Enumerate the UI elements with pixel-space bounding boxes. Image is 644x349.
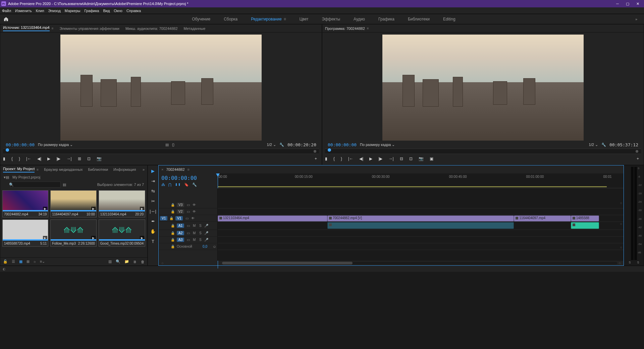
home-icon[interactable] [3, 16, 9, 22]
ws-overflow-icon[interactable]: » [632, 17, 641, 21]
menu-view[interactable]: Вид [103, 9, 110, 13]
add-button-icon[interactable]: + [315, 156, 317, 161]
close-button[interactable]: ✕ [633, 0, 643, 7]
voice-icon[interactable]: 🎤 [204, 231, 208, 235]
project-tab-menu-icon[interactable]: ≡ [37, 168, 39, 171]
lock-icon[interactable]: 🔒 [171, 245, 175, 248]
timeline-clip[interactable]: 1164404097.mp4 [514, 215, 571, 221]
timeline-ruler[interactable]: :00:00 00:00:15:00 00:00:30:00 00:00:45:… [218, 173, 624, 188]
tab-media-browser[interactable]: Браузер медиаданных [44, 167, 83, 171]
mute-icon[interactable]: M [192, 231, 196, 235]
tab-info[interactable]: Информация [113, 167, 136, 171]
icon-view-icon[interactable]: ▦ [19, 259, 22, 264]
add-button-icon[interactable]: + [637, 156, 639, 161]
solo-icon[interactable]: S [198, 231, 202, 235]
tl-settings-icon[interactable]: 🔧 [192, 183, 197, 187]
program-res-dropdown[interactable]: 1/2 ⌄ [589, 143, 598, 147]
razor-tool-icon[interactable]: ✂ [150, 198, 156, 204]
source-video-frame[interactable] [60, 35, 262, 141]
timeline-audio-clip[interactable] [571, 222, 599, 229]
clip-thumb[interactable]: ⟰⟱⟰▶Good_Times.mp32:00:09504 [99, 219, 145, 247]
goto-in-icon[interactable]: |← [348, 156, 353, 161]
lock-icon[interactable]: 🔒 [171, 238, 175, 242]
seq-menu-icon[interactable]: ≡ [187, 167, 190, 171]
program-out-timecode[interactable]: 00:05:37:12 [609, 142, 638, 147]
ws-editing-en[interactable]: Editing [443, 17, 455, 21]
tab-libraries[interactable]: Библиотеки [88, 167, 108, 171]
track-output-icon[interactable]: ▭ [186, 210, 190, 213]
track-a1[interactable]: A1 [177, 223, 184, 228]
ws-menu-icon[interactable]: ≡ [284, 17, 286, 21]
sort-icon[interactable]: ≡⌄ [40, 259, 45, 264]
source-ruler[interactable] [3, 149, 319, 154]
ws-graphics[interactable]: Графика [378, 17, 394, 21]
play-icon[interactable]: ▶ [47, 156, 50, 161]
freeform-view-icon[interactable]: ⊞ [26, 259, 30, 264]
timeline-hscroll[interactable] [222, 262, 618, 264]
clip-thumb[interactable]: ▶1485588720.mp45:11 [2, 219, 48, 247]
linked-sel-icon[interactable]: ⋂ [168, 183, 171, 187]
track-output-icon[interactable]: ▭ [186, 231, 190, 235]
timeline-timecode[interactable]: 00:00:00:00 [161, 175, 215, 181]
tab-audio-mixer[interactable]: Микш. аудиоклипа: 700244882 [125, 27, 178, 31]
eye-icon[interactable]: 👁 [192, 210, 196, 213]
master-level[interactable]: 0,0 [203, 245, 207, 248]
ws-libraries[interactable]: Библиотеки [408, 17, 430, 21]
hand-tool-icon[interactable]: ✋ [150, 228, 156, 235]
lock-icon[interactable]: 🔒 [171, 224, 175, 228]
overwrite-icon[interactable]: ⊡ [87, 156, 91, 161]
clip-thumb[interactable]: ▶1164404097.mp410:00 [50, 190, 96, 217]
in-point-icon[interactable]: { [11, 156, 13, 161]
compare-icon[interactable]: ▣ [430, 156, 433, 161]
source-in-timecode[interactable]: 00:00:00:00 [6, 142, 35, 147]
minimize-button[interactable]: ─ [612, 0, 623, 7]
clip-thumb[interactable]: ▶700244882.mp434:19 [2, 190, 48, 217]
tab-source-menu-icon[interactable]: ≡ [52, 27, 54, 30]
in-point-icon[interactable]: { [333, 156, 335, 161]
out-point-icon[interactable]: } [19, 156, 20, 161]
timeline-clip[interactable]: 1485588 [571, 215, 599, 221]
slip-tool-icon[interactable]: |↔| [150, 208, 156, 214]
selection-tool-icon[interactable]: ▶ [150, 167, 156, 174]
zoom-out-icon[interactable]: ○ [161, 261, 164, 265]
track-content[interactable]: 1321103464.mp4700244882.mp4 [V]116440409… [218, 188, 624, 261]
meter-left[interactable] [631, 167, 634, 260]
source-inout-icon[interactable]: {} [172, 143, 174, 147]
ws-color[interactable]: Цвет [300, 17, 309, 21]
step-back-icon[interactable]: ◀| [359, 156, 363, 161]
program-ruler[interactable] [325, 149, 641, 154]
ws-assembly[interactable]: Сборка [224, 17, 237, 21]
zoom-slider[interactable]: ○ [34, 260, 36, 264]
meter-right[interactable] [634, 167, 637, 260]
trash-icon[interactable]: 🗑 [141, 260, 145, 264]
tab-program-menu-icon[interactable]: ≡ [367, 27, 369, 30]
track-output-icon[interactable]: ▭ [185, 216, 189, 220]
eye-icon[interactable]: 👁 [192, 203, 196, 207]
new-bin-icon[interactable]: ▤ [63, 183, 66, 187]
lock-icon[interactable]: 🔒 [169, 216, 173, 220]
source-out-timecode[interactable]: 00:00:20:20 [287, 142, 316, 147]
track-output-icon[interactable]: ▭ [186, 224, 190, 228]
menu-edit[interactable]: Изменить [15, 9, 32, 13]
track-expand-icon[interactable]: ○ [620, 201, 622, 205]
export-frame-icon[interactable]: 📷 [97, 156, 102, 161]
goto-out-icon[interactable]: →| [66, 156, 71, 161]
type-tool-icon[interactable]: T [150, 238, 156, 245]
track-a2[interactable]: A2 [177, 231, 184, 235]
tab-effect-controls[interactable]: Элементы управления эффектами [60, 27, 119, 31]
track-expand-icon[interactable]: ○ [620, 222, 622, 226]
tab-project[interactable]: Проект: My Project [3, 167, 35, 172]
ws-editing-ru[interactable]: Редактирование [251, 17, 281, 21]
goto-out-icon[interactable]: →| [388, 156, 393, 161]
maximize-button[interactable]: ▢ [623, 0, 633, 7]
snap-icon[interactable]: ⁂ [161, 183, 165, 187]
menu-file[interactable]: Файл [2, 9, 11, 13]
play-icon[interactable]: ▶ [369, 156, 372, 161]
menu-sequence[interactable]: Эпизод [48, 9, 61, 13]
sequence-name[interactable]: 700244882 [166, 167, 184, 171]
mute-icon[interactable]: M [192, 238, 196, 242]
insert-icon[interactable]: ⊞ [78, 156, 81, 161]
solo-icon[interactable]: S [198, 238, 202, 242]
mute-icon[interactable]: M [192, 224, 196, 228]
source-settings-icon[interactable]: ▤ [165, 143, 169, 147]
